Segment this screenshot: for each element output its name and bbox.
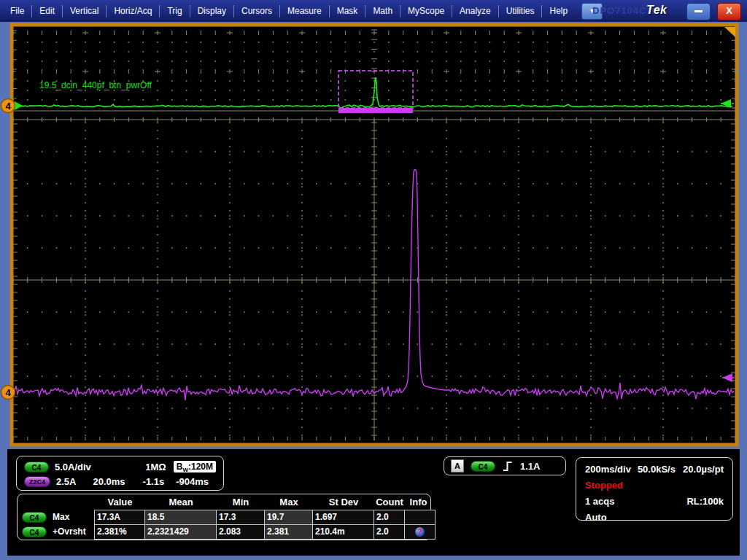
table-cell-info-empty <box>405 510 435 524</box>
zoom-position: -1.1s <box>143 476 165 487</box>
table-cell: 2.381 <box>265 525 312 539</box>
table-cell: 18.5 <box>145 510 216 524</box>
oscilloscope-screen: File Edit Vertical Horiz/Acq Trig Displa… <box>0 0 747 560</box>
channel4-badge[interactable]: C4 <box>22 526 47 537</box>
menu-item-vertical[interactable]: Vertical <box>62 5 106 18</box>
info-help-icon[interactable]: ? <box>415 527 425 537</box>
zoom-delay: -904ms <box>176 476 209 487</box>
bottom-readout-bar: C4 5.0A/div 1MΩ BW:120M Z2C4 2.5A 20.0ms… <box>7 449 740 556</box>
table-cell-info: ? <box>405 525 435 539</box>
minimize-icon <box>694 10 703 12</box>
time-resolution: 20.0µs/pt <box>683 464 724 475</box>
menu-item-help[interactable]: Help <box>541 5 575 18</box>
menu-item-cursors[interactable]: Cursors <box>233 5 279 18</box>
channel4-badge[interactable]: C4 <box>24 462 49 472</box>
col-header-max: Max <box>265 497 313 508</box>
col-header-stdev: St Dev <box>313 497 374 508</box>
channel4-zoom-marker[interactable]: 4 <box>1 386 15 400</box>
trigger-mode: Auto <box>585 512 607 523</box>
table-cell: 2.2321429 <box>145 525 216 539</box>
measurement-row-label-max: C4 Max <box>22 510 86 524</box>
measurement-row-label-ovrsht: C4 +Ovrsht <box>22 524 86 539</box>
zoom-readout-row: Z2C4 2.5A 20.0ms -1.1s -904ms <box>24 474 216 489</box>
svg-text:4: 4 <box>5 387 11 398</box>
menu-item-trig[interactable]: Trig <box>159 5 189 18</box>
menu-item-mask[interactable]: Mask <box>329 5 365 18</box>
table-cell: 1.697 <box>313 510 374 524</box>
rising-edge-icon <box>502 459 514 472</box>
trigger-system-badge: A <box>451 459 464 472</box>
col-header-min: Min <box>217 497 265 508</box>
table-cell: 19.7 <box>265 510 312 524</box>
vertical-readout-box[interactable]: C4 5.0A/div 1MΩ BW:120M Z2C4 2.5A 20.0ms… <box>16 456 224 491</box>
col-header-count: Count <box>374 497 405 508</box>
trigger-mode-line: Auto <box>585 512 724 523</box>
zoom-channel-badge[interactable]: Z2C4 <box>24 476 50 487</box>
trigger-readout-box[interactable]: A C4 1.1A <box>444 456 566 475</box>
svg-text:4: 4 <box>5 101 11 112</box>
table-cell: 2.381% <box>95 525 144 539</box>
menu-item-myscope[interactable]: MyScope <box>400 5 452 18</box>
menu-item-math[interactable]: Math <box>365 5 400 18</box>
timebase-line1: 200ms/div 50.0kS/s 20.0µs/pt <box>585 464 724 475</box>
timebase-line3: 1 acqs RL:100k <box>585 496 724 507</box>
close-icon: X <box>726 5 732 16</box>
measurement-table-header: Value Mean Min Max St Dev Count Info <box>18 494 430 510</box>
menu-item-edit[interactable]: Edit <box>31 5 62 18</box>
acquisition-status-line: Stopped <box>585 480 724 491</box>
minimize-button[interactable] <box>686 3 711 20</box>
waveform-display-area: 19.5_dcin_440pf_btn_pwrOff 4 4 <box>0 22 747 449</box>
col-header-mean: Mean <box>145 497 217 508</box>
zoom-window-bar[interactable] <box>338 108 413 113</box>
menu-item-display[interactable]: Display <box>190 5 233 18</box>
menu-bar: File Edit Vertical Horiz/Acq Trig Displa… <box>0 0 747 22</box>
menu-item-file[interactable]: File <box>3 5 31 18</box>
table-cell: 2.083 <box>217 525 264 539</box>
table-cell: 17.3 <box>217 510 264 524</box>
model-label: DPO7104C <box>592 5 646 16</box>
measurement-table: Value Mean Min Max St Dev Count Info C4 … <box>17 494 431 540</box>
col-header-info: Info <box>405 497 432 508</box>
channel4-badge[interactable]: C4 <box>22 512 47 523</box>
acquisition-status: Stopped <box>585 480 623 491</box>
measurement-table-body: 17.3A 18.5 17.3 19.7 1.697 2.0 2.381% 2.… <box>94 510 436 540</box>
channel4-readout-row: C4 5.0A/div 1MΩ BW:120M <box>24 459 216 474</box>
menu-item-measure[interactable]: Measure <box>279 5 329 18</box>
channel4-impedance: 1MΩ <box>145 462 166 472</box>
table-cell: 2.0 <box>374 510 404 524</box>
graticule: 19.5_dcin_440pf_btn_pwrOff 4 4 <box>0 22 747 449</box>
timebase-scale: 200ms/div <box>585 464 631 475</box>
sample-rate: 50.0kS/s <box>638 464 676 475</box>
close-button[interactable]: X <box>717 3 741 20</box>
table-cell: 2.0 <box>374 525 404 539</box>
menu-items: File Edit Vertical Horiz/Acq Trig Displa… <box>0 5 575 18</box>
table-cell: 17.3A <box>95 510 144 524</box>
table-cell: 210.4m <box>313 525 374 539</box>
trigger-level: 1.1A <box>520 461 540 472</box>
bandwidth-badge[interactable]: BW:120M <box>174 461 216 472</box>
tek-logo: Tek <box>646 4 667 17</box>
timebase-readout-box[interactable]: 200ms/div 50.0kS/s 20.0µs/pt Stopped 1 a… <box>576 457 733 521</box>
menu-item-analyze[interactable]: Analyze <box>452 5 498 18</box>
col-header-value: Value <box>95 497 145 508</box>
measurement-row-labels: C4 Max C4 +Ovrsht <box>22 510 86 539</box>
zoom-time-per-div: 20.0ms <box>93 476 125 487</box>
record-length: RL:100k <box>686 496 724 507</box>
trigger-source-badge[interactable]: C4 <box>471 461 495 472</box>
trace-label: 19.5_dcin_440pf_btn_pwrOff <box>39 80 152 90</box>
menu-item-utilities[interactable]: Utilities <box>498 5 542 18</box>
acquisition-count: 1 acqs <box>585 496 614 507</box>
channel4-scale: 5.0A/div <box>55 462 91 472</box>
zoom-scale: 2.5A <box>56 476 76 487</box>
menu-item-horiz-acq[interactable]: Horiz/Acq <box>106 5 159 18</box>
